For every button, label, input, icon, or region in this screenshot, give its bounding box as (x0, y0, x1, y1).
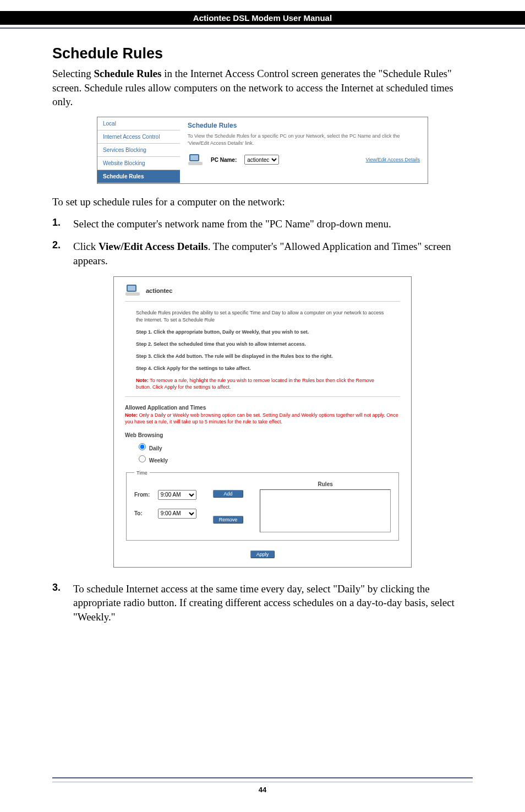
fig2-step1: Step 1. Click the appropriate button, Da… (136, 329, 389, 335)
step-2-bold: View/Edit Access Details (99, 241, 208, 252)
to-label: To: (134, 510, 156, 516)
panel-title: Schedule Rules (188, 122, 420, 129)
fig2-note2: Note: Only a Daily or Weekly web browsin… (125, 412, 400, 426)
svg-rect-1 (190, 155, 198, 160)
from-select[interactable]: 9:00 AM (158, 490, 196, 500)
time-fieldset: Time From: 9:00 AM To: 9:00 AM Add Remov… (126, 470, 399, 541)
step-2-text: Click View/Edit Access Details. The comp… (73, 239, 473, 268)
step-number-1: 1. (52, 217, 73, 231)
manual-header: Actiontec DSL Modem User Manual (0, 11, 525, 25)
section-heading: Schedule Rules (52, 45, 473, 62)
from-label: From: (134, 492, 156, 498)
allowed-heading: Allowed Application and Times (125, 405, 400, 411)
weekly-radio[interactable] (139, 455, 146, 462)
fig2-step3: Step 3. Click the Add button. The rule w… (136, 353, 389, 359)
remove-button[interactable]: Remove (213, 516, 244, 524)
allowed-app-times-screenshot: actiontec Schedule Rules provides the ab… (113, 276, 412, 567)
view-edit-link[interactable]: View/Edit Access Details (366, 157, 420, 162)
page-footer: 44 (0, 777, 525, 794)
setup-intro: To set up schedule rules for a computer … (52, 195, 473, 209)
step-1-text: Select the computer's network name from … (73, 217, 391, 231)
fig2-step2: Step 2. Select the scheduled time that y… (136, 341, 389, 347)
nav-local[interactable]: Local (97, 117, 180, 130)
weekly-label: Weekly (149, 457, 168, 464)
step-2-a: Click (73, 241, 99, 252)
rules-listbox[interactable] (260, 489, 391, 532)
pc-icon (188, 153, 203, 166)
rules-label: Rules (260, 481, 391, 487)
svg-rect-4 (128, 286, 135, 291)
nav-schedule-rules[interactable]: Schedule Rules (97, 170, 180, 183)
intro-text: Selecting (52, 68, 94, 79)
time-legend: Time (134, 470, 150, 476)
step-number-2: 2. (52, 239, 73, 268)
step-number-3: 3. (52, 582, 73, 624)
intro-paragraph: Selecting Schedule Rules in the Internet… (52, 67, 473, 109)
pc-icon (125, 284, 140, 298)
schedule-rules-screenshot: Local Internet Access Control Services B… (97, 117, 428, 184)
nav-website-blocking[interactable]: Website Blocking (97, 157, 180, 170)
daily-radio[interactable] (139, 443, 146, 450)
fig2-intro: Schedule Rules provides the ability to s… (136, 309, 389, 323)
schedule-rules-panel: Schedule Rules To View the Schedule Rule… (180, 117, 428, 183)
daily-label: Daily (149, 445, 162, 451)
step-3-text: To schedule Internet access at the same … (73, 582, 473, 624)
apply-button[interactable]: Apply (250, 551, 275, 558)
header-rule (0, 28, 525, 29)
brand-label: actiontec (146, 287, 172, 294)
fig2-step4: Step 4. Click Apply for the settings to … (136, 365, 389, 372)
page-number: 44 (0, 786, 525, 794)
svg-rect-5 (125, 292, 140, 296)
nav-internet-access-control[interactable]: Internet Access Control (97, 130, 180, 144)
web-browsing-label: Web Browsing (125, 432, 400, 438)
to-select[interactable]: 9:00 AM (158, 509, 196, 519)
fig2-note1: Note: To remove a rule, highlight the ru… (136, 377, 389, 390)
pc-name-label: PC Name: (211, 157, 237, 163)
pc-name-select[interactable]: actiontec (244, 155, 279, 165)
nav-services-blocking[interactable]: Services Blocking (97, 144, 180, 157)
add-button[interactable]: Add (213, 490, 244, 498)
svg-rect-2 (188, 162, 203, 165)
side-nav: Local Internet Access Control Services B… (97, 117, 180, 183)
intro-bold: Schedule Rules (94, 68, 161, 79)
panel-description: To View the Schedule Rules for a specifi… (188, 133, 420, 146)
